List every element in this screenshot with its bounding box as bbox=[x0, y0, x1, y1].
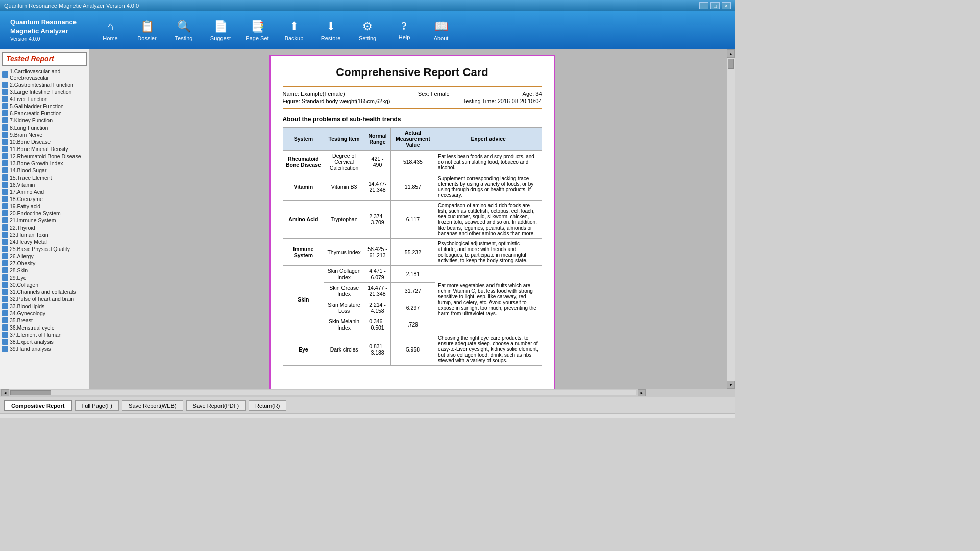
sidebar-item[interactable]: 4.Liver Function bbox=[0, 95, 89, 103]
patient-name: Name: Example(Female) bbox=[283, 91, 345, 97]
cell-actual-value: 6.117 bbox=[390, 201, 435, 239]
sidebar-item-icon bbox=[2, 274, 8, 281]
sidebar-item[interactable]: 14.Blood Sugar bbox=[0, 167, 89, 174]
sidebar-item[interactable]: 34.Gynecology bbox=[0, 310, 89, 317]
toolbar-help[interactable]: ? Help bbox=[386, 14, 423, 47]
toolbar-backup[interactable]: ⬆ Backup bbox=[276, 14, 312, 47]
sidebar-item[interactable]: 31.Channels and collaterals bbox=[0, 288, 89, 295]
sidebar-item[interactable]: 20.Endocrine System bbox=[0, 210, 89, 217]
sidebar-item[interactable]: 26.Allergy bbox=[0, 253, 89, 260]
sidebar-item-icon bbox=[2, 132, 8, 138]
sidebar-item-label: 26.Allergy bbox=[10, 253, 34, 259]
sidebar-item[interactable]: 38.Expert analysis bbox=[0, 338, 89, 345]
col-actual-value: Actual Measurement Value bbox=[390, 128, 435, 151]
sidebar-item[interactable]: 21.Immune System bbox=[0, 217, 89, 224]
sidebar-item-label: 28.Skin bbox=[10, 267, 28, 273]
sidebar-item[interactable]: 33.Blood lipids bbox=[0, 303, 89, 310]
toolbar-testing[interactable]: 🔍 Testing bbox=[165, 14, 202, 47]
toolbar-home[interactable]: ⌂ Home bbox=[92, 14, 129, 47]
cell-system: Skin bbox=[283, 266, 324, 333]
sidebar-item[interactable]: 30.Collagen bbox=[0, 281, 89, 288]
maximize-button[interactable]: □ bbox=[710, 2, 720, 9]
app-title-text: Quantum Resonance Magnetic Analyzer Vers… bbox=[4, 3, 139, 9]
sidebar-item-label: 1.Cardiovascular and Cerebrovascular bbox=[10, 68, 87, 81]
toolbar-pageset[interactable]: 📑 Page Set bbox=[239, 14, 276, 47]
cell-item: Degree of Cervical Calcification bbox=[324, 151, 364, 173]
sidebar-item[interactable]: 6.Pancreatic Function bbox=[0, 110, 89, 117]
minimize-button[interactable]: − bbox=[699, 2, 708, 9]
sidebar-item[interactable]: 9.Brain Nerve bbox=[0, 131, 89, 138]
sidebar-item[interactable]: 25.Basic Physical Quality bbox=[0, 245, 89, 253]
sidebar-item[interactable]: 28.Skin bbox=[0, 267, 89, 274]
sidebar-item[interactable]: 8.Lung Function bbox=[0, 124, 89, 131]
sidebar-item-label: 24.Heavy Metal bbox=[10, 239, 47, 245]
scroll-left-arrow[interactable]: ◄ bbox=[1, 389, 9, 396]
sidebar-item[interactable]: 27.Obesity bbox=[0, 260, 89, 267]
sidebar-item[interactable]: 16.Vitamin bbox=[0, 181, 89, 188]
sidebar-item[interactable]: 12.Rheumatoid Bone Disease bbox=[0, 153, 89, 160]
sidebar-item-icon bbox=[2, 174, 8, 181]
toolbar-restore[interactable]: ⬇ Restore bbox=[312, 14, 349, 47]
col-expert-advice: Expert advice bbox=[435, 128, 542, 151]
sidebar-item-label: 13.Bone Growth Index bbox=[10, 160, 63, 166]
col-testing-item: Testing Item bbox=[324, 128, 364, 151]
save-report-web-button[interactable]: Save Report(WEB) bbox=[122, 400, 183, 411]
full-page-button[interactable]: Full Page(F) bbox=[75, 400, 119, 411]
cell-item: Vitamin B3 bbox=[324, 173, 364, 201]
sidebar-item[interactable]: 7.Kidney Function bbox=[0, 117, 89, 124]
sidebar-item-label: 31.Channels and collaterals bbox=[10, 289, 76, 295]
sidebar-item[interactable]: 3.Large Intestine Function bbox=[0, 88, 89, 95]
table-row: Eye Dark circles 0.831 - 3.188 5.958 Cho… bbox=[283, 333, 542, 366]
app-version: Version 4.0.0 bbox=[10, 36, 87, 42]
sidebar-item-icon bbox=[2, 289, 8, 295]
sidebar-item[interactable]: 36.Menstrual cycle bbox=[0, 324, 89, 331]
sidebar-item[interactable]: 15.Trace Element bbox=[0, 174, 89, 181]
cell-actual-value: 2.181 bbox=[390, 266, 435, 283]
close-button[interactable]: × bbox=[722, 2, 731, 9]
toolbar-restore-label: Restore bbox=[321, 35, 341, 41]
sidebar-item-icon bbox=[2, 203, 8, 209]
sidebar-item[interactable]: 5.Gallbladder Function bbox=[0, 103, 89, 110]
sidebar-item-label: 39.Hand analysis bbox=[10, 346, 51, 352]
h-scroll-thumb[interactable] bbox=[10, 390, 51, 395]
sidebar-item[interactable]: 18.Coenzyme bbox=[0, 195, 89, 203]
cell-advice: Supplement corresponding lacking trace e… bbox=[435, 173, 542, 201]
sidebar-item[interactable]: 19.Fatty acid bbox=[0, 203, 89, 210]
sidebar-item-icon bbox=[2, 317, 8, 323]
toolbar-suggest[interactable]: 📄 Suggest bbox=[202, 14, 239, 47]
sidebar-item[interactable]: 17.Amino Acid bbox=[0, 188, 89, 195]
sidebar-item[interactable]: 11.Bone Mineral Density bbox=[0, 145, 89, 153]
scroll-up-arrow[interactable]: ▲ bbox=[727, 49, 735, 58]
toolbar-setting[interactable]: ⚙ Setting bbox=[349, 14, 386, 47]
patient-age: Age: 34 bbox=[523, 91, 542, 97]
sidebar: Tested Report 1.Cardiovascular and Cereb… bbox=[0, 49, 89, 389]
toolbar-dossier[interactable]: 📋 Dossier bbox=[129, 14, 165, 47]
toolbar-about[interactable]: 📖 About bbox=[423, 14, 459, 47]
restore-icon: ⬇ bbox=[326, 20, 335, 33]
scroll-right-arrow[interactable]: ► bbox=[638, 389, 646, 396]
sidebar-item-label: 4.Liver Function bbox=[10, 96, 48, 102]
sidebar-item[interactable]: 35.Breast bbox=[0, 317, 89, 324]
scroll-thumb[interactable] bbox=[728, 59, 734, 69]
table-row: Vitamin Vitamin B3 14.477- 21.348 11.857… bbox=[283, 173, 542, 201]
sidebar-item-icon bbox=[2, 303, 8, 309]
sidebar-item[interactable]: 37.Element of Human bbox=[0, 331, 89, 338]
sidebar-item[interactable]: 10.Bone Disease bbox=[0, 138, 89, 145]
return-button[interactable]: Return(R) bbox=[249, 400, 286, 411]
table-row: Amino Acid Tryptophan 2.374 - 3.709 6.11… bbox=[283, 201, 542, 239]
sidebar-item[interactable]: 13.Bone Growth Index bbox=[0, 160, 89, 167]
sidebar-item[interactable]: 29.Eye bbox=[0, 274, 89, 281]
sidebar-item[interactable]: 22.Thyroid bbox=[0, 224, 89, 231]
scroll-down-arrow[interactable]: ▼ bbox=[727, 381, 735, 389]
sidebar-item[interactable]: 2.Gastrointestinal Function bbox=[0, 81, 89, 88]
sidebar-item[interactable]: 32.Pulse of heart and brain bbox=[0, 295, 89, 303]
sidebar-item[interactable]: 1.Cardiovascular and Cerebrovascular bbox=[0, 68, 89, 81]
sidebar-item-icon bbox=[2, 117, 8, 123]
compositive-report-button[interactable]: Compositive Report bbox=[4, 400, 72, 411]
sidebar-item[interactable]: 23.Human Toxin bbox=[0, 231, 89, 238]
save-report-pdf-button[interactable]: Save Report(PDF) bbox=[186, 400, 246, 411]
toolbar-backup-label: Backup bbox=[285, 35, 304, 41]
sidebar-item[interactable]: 24.Heavy Metal bbox=[0, 238, 89, 245]
sidebar-item[interactable]: 39.Hand analysis bbox=[0, 345, 89, 353]
cell-item: Thymus index bbox=[324, 239, 364, 266]
